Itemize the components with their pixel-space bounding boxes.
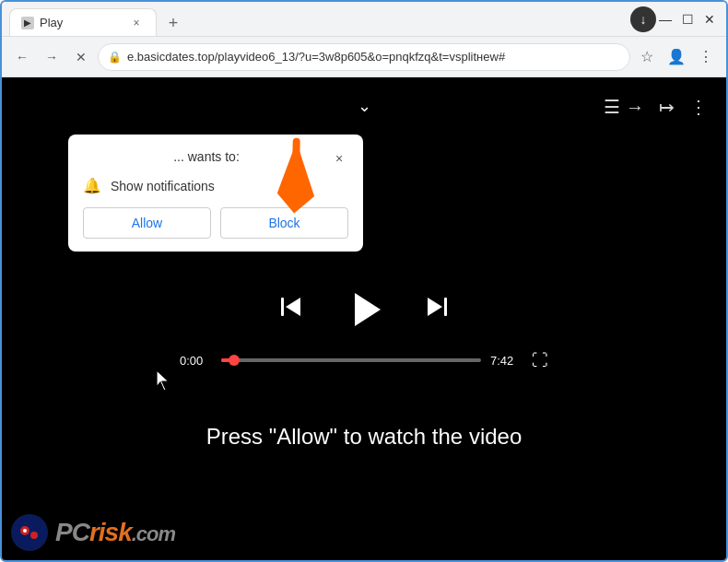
svg-rect-2 [281, 298, 284, 316]
popup-buttons: Allow Block [83, 207, 348, 239]
lock-icon: 🔒 [108, 51, 122, 64]
popup-close-button[interactable]: × [330, 149, 348, 168]
notification-popup: ... wants to: × 🔔 Show notifications All… [68, 135, 363, 252]
notification-label: Show notifications [111, 179, 215, 193]
tab-favicon: ▶ [21, 17, 34, 29]
watermark: PCrisk.com [11, 514, 175, 551]
content-area: ... wants to: × 🔔 Show notifications All… [2, 77, 726, 560]
bookmark-button[interactable]: ☆ [634, 44, 660, 70]
notification-row: 🔔 Show notifications [83, 177, 348, 194]
title-bar: ▶ Play × + ↓ — ☐ ✕ [2, 2, 726, 37]
share-icon[interactable]: ↦ [659, 96, 675, 118]
download-button[interactable]: ↓ [630, 6, 656, 32]
window-controls: — ☐ ✕ [656, 12, 719, 27]
minimize-button[interactable]: — [656, 12, 675, 27]
svg-marker-6 [428, 298, 442, 316]
tab-title: Play [40, 16, 123, 29]
block-button[interactable]: Block [220, 207, 348, 239]
popup-header: ... wants to: × [83, 149, 348, 168]
reload-button[interactable]: ✕ [68, 44, 94, 70]
svg-point-10 [23, 529, 27, 533]
navigation-bar: ← → ✕ 🔒 e.basicdates.top/playvideo6_13/?… [2, 37, 726, 77]
svg-marker-11 [157, 370, 169, 391]
pcrisk-text: PCrisk.com [55, 518, 175, 547]
svg-rect-5 [444, 298, 447, 316]
back-button[interactable]: ← [9, 44, 35, 70]
pcrisk-logo [11, 514, 48, 551]
svg-marker-3 [286, 298, 300, 316]
profile-button[interactable]: 👤 [663, 44, 689, 70]
play-button[interactable] [341, 287, 387, 333]
press-allow-text: Press "Allow" to watch the video [206, 424, 523, 450]
fullscreen-button[interactable]: ⛶ [532, 351, 548, 370]
skip-back-button[interactable] [278, 294, 304, 325]
close-button[interactable]: ✕ [700, 12, 719, 27]
queue-icon[interactable]: ☰ → [604, 96, 644, 118]
menu-button[interactable]: ⋮ [693, 44, 719, 70]
svg-point-9 [30, 532, 38, 539]
progress-bar[interactable] [221, 358, 481, 362]
current-time: 0:00 [180, 354, 212, 368]
skip-forward-button[interactable] [424, 294, 450, 325]
svg-marker-4 [355, 293, 381, 326]
new-tab-button[interactable]: + [160, 10, 186, 36]
bell-icon: 🔔 [83, 177, 101, 194]
active-tab[interactable]: ▶ Play × [9, 8, 157, 36]
maximize-button[interactable]: ☐ [678, 12, 697, 27]
allow-button[interactable]: Allow [83, 207, 211, 239]
mouse-cursor [157, 370, 171, 394]
address-text: e.basicdates.top/playvideo6_13/?u=3w8p60… [127, 50, 620, 64]
progress-bar-row: 0:00 7:42 ⛶ [180, 351, 548, 370]
progress-dot [229, 355, 240, 366]
more-options-icon[interactable]: ⋮ [689, 96, 708, 118]
svg-point-7 [12, 515, 47, 550]
forward-button[interactable]: → [39, 44, 65, 70]
popup-title: ... wants to: [83, 149, 330, 164]
chevron-down-icon[interactable]: ⌄ [358, 96, 371, 116]
address-bar[interactable]: 🔒 e.basicdates.top/playvideo6_13/?u=3w8p… [98, 43, 630, 71]
tab-bar: ▶ Play × + [9, 2, 630, 36]
top-video-controls: ☰ → ↦ ⋮ [604, 96, 708, 118]
playback-controls [278, 287, 450, 333]
browser-window: ▶ Play × + ↓ — ☐ ✕ ← → ✕ 🔒 e.basicdates.… [0, 0, 728, 562]
tab-close-button[interactable]: × [128, 15, 145, 31]
total-time: 7:42 [490, 354, 523, 368]
